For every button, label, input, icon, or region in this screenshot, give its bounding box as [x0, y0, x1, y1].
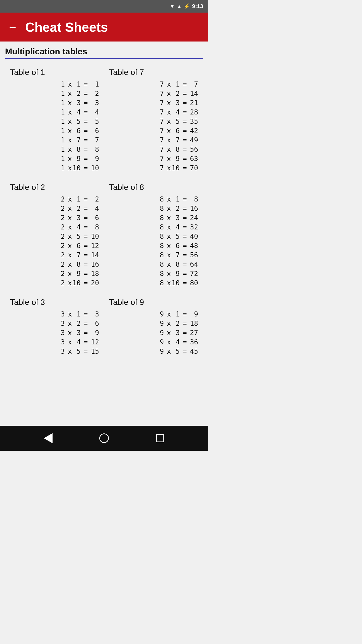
times-sign: x: [65, 80, 72, 88]
multiplicand: 7: [156, 155, 164, 163]
equals-sign: =: [180, 80, 187, 88]
table-row: 8x4=32: [107, 222, 201, 232]
multiplicand: 2: [57, 232, 65, 240]
product: 45: [187, 347, 198, 355]
product: 2: [88, 90, 99, 97]
mult-table: 1x1=11x2=21x3=31x4=41x5=51x6=61x7=71x8=8…: [8, 79, 102, 173]
equals-sign: =: [180, 232, 187, 240]
status-icons: ▼ ▲ ⚡ 9:13: [170, 3, 203, 10]
multiplier: 3: [72, 329, 81, 337]
times-sign: x: [164, 329, 171, 337]
product: 14: [88, 251, 99, 259]
equals-sign: =: [180, 90, 187, 97]
equals-sign: =: [81, 279, 88, 287]
nav-home-button[interactable]: [98, 432, 110, 445]
product: 56: [187, 145, 198, 153]
equals-sign: =: [180, 214, 187, 222]
multiplicand: 1: [57, 145, 65, 153]
nav-recents-button[interactable]: [154, 432, 166, 445]
multiplier: 5: [171, 117, 180, 125]
times-sign: x: [65, 347, 72, 355]
multiplier: 5: [72, 347, 81, 355]
multiplier: 10: [171, 164, 180, 172]
times-sign: x: [65, 117, 72, 125]
product: 49: [187, 136, 198, 144]
times-sign: x: [164, 117, 171, 125]
product: 21: [187, 99, 198, 107]
equals-sign: =: [81, 127, 88, 135]
multiplier: 5: [72, 117, 81, 125]
multiplicand: 1: [57, 136, 65, 144]
equals-sign: =: [180, 164, 187, 172]
product: 40: [187, 232, 198, 240]
multiplier: 9: [72, 270, 81, 277]
product: 20: [88, 279, 99, 287]
equals-sign: =: [180, 242, 187, 250]
multiplier: 1: [171, 195, 180, 203]
times-sign: x: [164, 251, 171, 259]
back-triangle-icon: [44, 433, 53, 443]
times-sign: x: [164, 338, 171, 346]
times-sign: x: [65, 90, 72, 97]
multiplicand: 7: [156, 127, 164, 135]
times-sign: x: [164, 242, 171, 250]
table-row: 2x9=18: [8, 269, 102, 278]
table-row: 7x9=63: [107, 154, 201, 163]
recents-square-icon: [156, 434, 164, 442]
times-sign: x: [65, 145, 72, 153]
mult-table: 2x1=22x2=42x3=62x4=82x5=102x6=122x7=142x…: [8, 194, 102, 288]
multiplier: 2: [72, 90, 81, 97]
multiplier: 2: [171, 205, 180, 212]
tables-grid: Table of 11x1=11x2=21x3=31x4=41x5=51x6=6…: [5, 65, 203, 364]
multiplier: 3: [72, 99, 81, 107]
multiplier: 5: [72, 232, 81, 240]
table-block-3: Table of 22x1=22x2=42x3=62x4=82x5=102x6=…: [5, 180, 104, 295]
multiplier: 8: [171, 260, 180, 268]
back-button[interactable]: ←: [8, 21, 18, 33]
multiplicand: 8: [156, 232, 164, 240]
multiplicand: 1: [57, 80, 65, 88]
product: 6: [88, 319, 99, 327]
multiplier: 3: [72, 214, 81, 222]
multiplicand: 7: [156, 164, 164, 172]
equals-sign: =: [180, 270, 187, 277]
equals-sign: =: [180, 108, 187, 116]
table-row: 7x2=14: [107, 89, 201, 98]
times-sign: x: [164, 108, 171, 116]
multiplier: 10: [72, 164, 81, 172]
multiplier: 3: [171, 214, 180, 222]
table-block-2: Table of 77x1=77x2=147x3=217x4=287x5=357…: [104, 65, 203, 180]
multiplier: 4: [171, 223, 180, 231]
product: 3: [88, 99, 99, 107]
times-sign: x: [164, 145, 171, 153]
times-sign: x: [164, 319, 171, 327]
times-sign: x: [65, 205, 72, 212]
table-title: Table of 3: [8, 298, 102, 307]
equals-sign: =: [180, 223, 187, 231]
mult-table: 3x1=33x2=63x3=93x4=123x5=15: [8, 309, 102, 356]
table-block-6: Table of 99x1=99x2=189x3=279x4=369x5=45: [104, 295, 203, 364]
multiplier: 5: [171, 232, 180, 240]
product: 42: [187, 127, 198, 135]
equals-sign: =: [81, 117, 88, 125]
equals-sign: =: [81, 155, 88, 163]
product: 4: [88, 108, 99, 116]
times-sign: x: [164, 136, 171, 144]
nav-back-button[interactable]: [42, 432, 54, 445]
multiplier: 7: [72, 251, 81, 259]
table-row: 2x4=8: [8, 222, 102, 232]
table-row: 7x5=35: [107, 117, 201, 126]
multiplicand: 2: [57, 242, 65, 250]
multiplicand: 2: [57, 195, 65, 203]
table-row: 8x10=80: [107, 278, 201, 288]
times-sign: x: [164, 279, 171, 287]
status-time: 9:13: [192, 3, 203, 10]
times-sign: x: [164, 223, 171, 231]
times-sign: x: [164, 347, 171, 355]
multiplicand: 8: [156, 260, 164, 268]
table-title: Table of 1: [8, 68, 102, 77]
table-row: 8x2=16: [107, 204, 201, 213]
equals-sign: =: [81, 338, 88, 346]
wifi-icon: ▼: [170, 4, 175, 9]
multiplicand: 8: [156, 251, 164, 259]
